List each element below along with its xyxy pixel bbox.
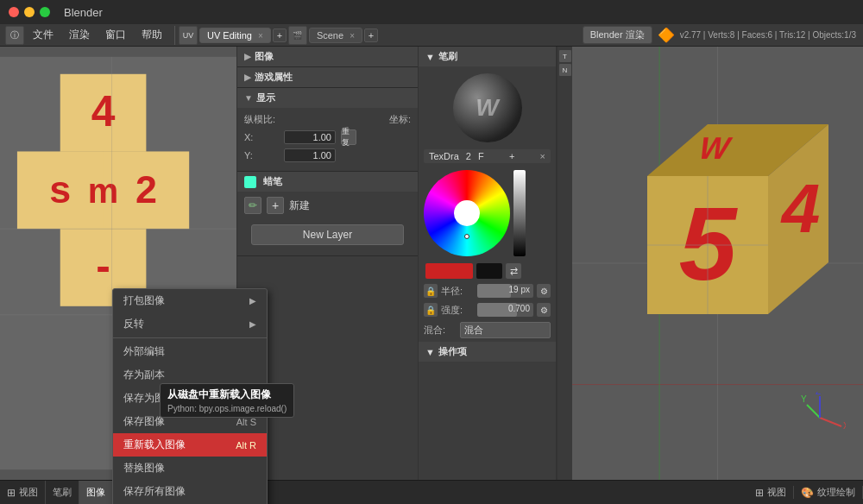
repeat-label: 重复 xyxy=(342,126,356,148)
brush-close-icon[interactable]: × xyxy=(540,151,545,161)
radius-value: 19 px xyxy=(509,285,530,294)
uv-icon[interactable]: UV xyxy=(179,26,198,45)
blender-logo: 🔶 xyxy=(658,27,675,43)
ctx-replace[interactable]: 替换图像 xyxy=(113,457,267,480)
ctx-save-all[interactable]: 保存所有图像 xyxy=(113,480,267,503)
repeat-checkbox[interactable]: 重复 xyxy=(341,129,356,145)
strength-icon[interactable]: ⚙ xyxy=(537,303,551,317)
tooltip-python: Python: bpy.ops.image.reload() xyxy=(167,404,287,413)
menu-render[interactable]: 渲染 xyxy=(62,26,97,44)
tab-uv-editing[interactable]: UV Editing × xyxy=(199,28,271,43)
status-image[interactable]: 图像 xyxy=(79,481,113,504)
section-gameprops-header[interactable]: ▶ 游戏属性 xyxy=(237,67,418,87)
tab-close-scene[interactable]: × xyxy=(350,31,355,41)
submenu-arrow2: ▶ xyxy=(249,319,256,329)
side-btn-2[interactable]: N xyxy=(559,64,571,76)
pencil-checkbox[interactable] xyxy=(244,176,256,188)
strength-lock-icon[interactable]: 🔒 xyxy=(424,303,438,317)
primary-color[interactable] xyxy=(425,263,473,279)
section-image-header[interactable]: ▶ 图像 xyxy=(237,47,418,66)
new-label: 新建 xyxy=(289,198,310,213)
svg-line-29 xyxy=(807,405,820,418)
side-btn-1[interactable]: T xyxy=(559,50,571,62)
brush-header-label: 笔刷 xyxy=(438,50,457,63)
section-gameprops-label: 游戏属性 xyxy=(255,71,293,84)
minimize-button[interactable] xyxy=(24,7,35,17)
ctx-external-edit[interactable]: 外部编辑 xyxy=(113,340,267,363)
svg-text:-: - xyxy=(96,242,110,290)
radius-label: 半径: xyxy=(441,285,474,298)
render-engine-btn[interactable]: Blender 渲染 xyxy=(583,26,652,44)
status-brush[interactable]: 笔刷 xyxy=(46,481,79,504)
lock-icon[interactable]: 🔒 xyxy=(424,284,438,298)
radius-icon[interactable]: ⚙ xyxy=(537,284,551,298)
strength-bar[interactable]: 0.700 xyxy=(477,303,533,317)
svg-text:4: 4 xyxy=(780,170,821,247)
menu-file[interactable]: 文件 xyxy=(26,26,60,44)
menubar-right: Blender 渲染 🔶 v2.77 | Verts:8 | Faces:6 |… xyxy=(576,26,863,44)
info-icon[interactable]: ⓘ xyxy=(5,26,24,45)
svg-text:m: m xyxy=(88,172,118,210)
tab-scene[interactable]: Scene × xyxy=(309,28,362,43)
tab-add-button[interactable]: + xyxy=(273,28,287,42)
brush-add-icon[interactable]: + xyxy=(509,151,514,161)
color-swatches: ⇄ xyxy=(419,260,556,282)
status-view1[interactable]: ⊞ 视图 xyxy=(0,481,46,504)
svg-text:Z: Z xyxy=(816,392,821,396)
color-wheel-area xyxy=(419,167,556,260)
axis-indicator: X Y Z xyxy=(794,392,846,445)
version-info: v2.77 | Verts:8 | Faces:6 | Tris:12 | Ob… xyxy=(680,30,856,40)
blend-select[interactable]: 混合 xyxy=(460,322,551,338)
section-image-label: 图像 xyxy=(255,50,274,63)
swap-colors-btn[interactable]: ⇄ xyxy=(506,263,521,279)
strength-value: 0.700 xyxy=(508,304,530,313)
svg-text:2: 2 xyxy=(135,167,157,211)
ops-label: 操作项 xyxy=(438,345,467,358)
brightness-bar[interactable] xyxy=(513,170,526,256)
strength-row: 🔒 强度: 0.700 ⚙ xyxy=(419,301,556,318)
section-display-header[interactable]: ▼ 显示 xyxy=(237,88,418,108)
new-layer-btn[interactable]: New Layer xyxy=(251,224,404,245)
svg-text:5: 5 xyxy=(679,186,739,301)
arrow-icon2: ▶ xyxy=(244,72,251,82)
tab-add-button2[interactable]: + xyxy=(364,28,378,42)
ctx-pack-image[interactable]: 打包图像 ▶ xyxy=(113,289,267,312)
ctx-invert[interactable]: 反转 ▶ xyxy=(113,312,267,336)
radius-bar[interactable]: 19 px xyxy=(477,284,533,298)
status-view2[interactable]: ⊞ 视图 xyxy=(748,486,794,499)
section-pencil-label: 蜡笔 xyxy=(263,175,282,188)
section-display: ▼ 显示 纵模比: 坐标: X: 1.00 重复 Y: 1.00 xyxy=(237,88,418,172)
brush-f-label: F xyxy=(478,151,484,161)
maximize-button[interactable] xyxy=(40,7,50,17)
menu-window[interactable]: 窗口 xyxy=(98,26,133,44)
color-wheel[interactable] xyxy=(424,170,510,256)
viewport-3d[interactable]: 用户视图（透视） 5 4 W xyxy=(572,47,863,480)
status-paint[interactable]: 🎨 纹理绘制 xyxy=(794,486,863,499)
secondary-color[interactable] xyxy=(476,263,502,279)
x-row: X: 1.00 重复 xyxy=(244,129,411,145)
y-input[interactable]: 1.00 xyxy=(284,148,336,162)
y-label: Y: xyxy=(244,150,279,161)
brush-name: TexDra xyxy=(429,151,459,161)
coord-label: 坐标: xyxy=(389,113,411,126)
x-input[interactable]: 1.00 xyxy=(284,130,336,144)
ctx-reload[interactable]: 重新载入图像 Alt R xyxy=(113,433,267,457)
section-gameprops: ▶ 游戏属性 xyxy=(237,67,418,88)
cube-svg: 5 4 W xyxy=(578,72,854,409)
close-button[interactable] xyxy=(9,7,19,17)
display-content: 纵模比: 坐标: X: 1.00 重复 Y: 1.00 xyxy=(237,108,418,171)
svg-line-27 xyxy=(820,418,841,426)
brush-preview: W xyxy=(419,66,556,149)
section-pencil-header[interactable]: 蜡笔 xyxy=(237,172,418,192)
scene-icon[interactable]: 🎬 xyxy=(288,26,307,45)
brush-panel: ▼ 笔刷 W TexDra 2 F + × xyxy=(419,47,557,480)
add-layer-btn[interactable]: + xyxy=(267,197,284,214)
tab-close-uv[interactable]: × xyxy=(258,31,263,41)
pencil-icon[interactable]: ✏ xyxy=(244,197,261,214)
arrow-down-icon: ▼ xyxy=(244,93,253,103)
radius-fill xyxy=(477,284,511,298)
menu-help[interactable]: 帮助 xyxy=(135,26,169,44)
new-layer-area: New Layer xyxy=(244,219,411,250)
svg-text:Y: Y xyxy=(801,394,807,404)
paint-icon: 🎨 xyxy=(801,487,814,499)
